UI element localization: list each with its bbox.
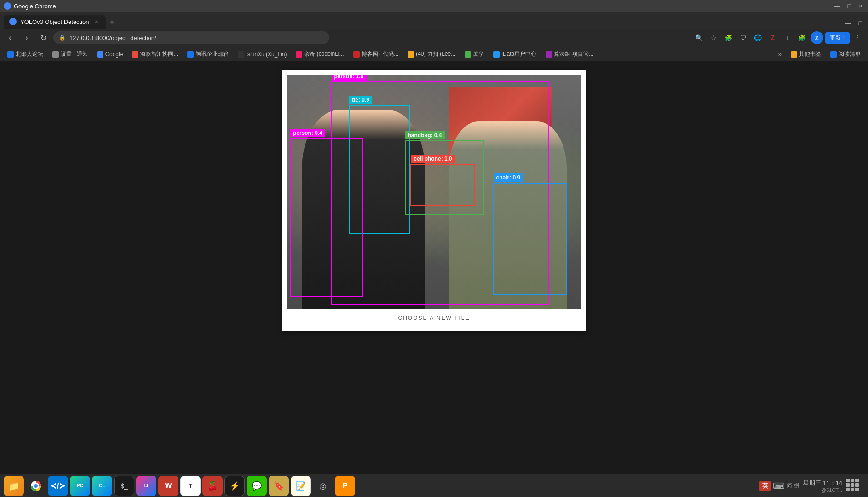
bookmarks-bar: 北邮人论坛 设置 - 通知 Google 海峡智汇协同... 腾讯企业邮箱 is…	[0, 47, 868, 61]
tab-label: YOLOv3 Object Detection	[20, 18, 89, 25]
bookmark-zhexiang-icon	[465, 51, 471, 58]
window-controls: — □ ×	[832, 0, 864, 12]
clock-display: 星期三 11：14 @51CT...	[803, 479, 842, 493]
taskbar-app-cherry[interactable]: 🍒	[202, 476, 223, 496]
taskbar-app-idea[interactable]: IJ	[136, 476, 156, 496]
svg-point-1	[34, 484, 38, 488]
new-tab-button[interactable]: +	[106, 16, 119, 29]
taskbar-app-typora[interactable]: T	[180, 476, 201, 496]
taskbar-app-golden[interactable]: 🔖	[269, 476, 289, 496]
bookmark-zhexiang[interactable]: 蔗享	[461, 49, 488, 59]
ime-settings: 拼	[794, 482, 799, 490]
bookmark-github-icon	[238, 51, 244, 58]
bookmark-codeinli-icon	[296, 51, 302, 58]
taskbar-app-terminal[interactable]: $_	[114, 476, 134, 496]
tab-bar: YOLOv3 Object Detection × + — □	[0, 12, 868, 29]
shield-icon[interactable]: 🛡	[737, 31, 750, 44]
main-content: person: 1.0 tie: 0.9 person: 0.4 handbag…	[0, 61, 868, 474]
bookmark-hxzh[interactable]: 海峡智汇协同...	[128, 49, 182, 59]
bookmark-reading-list[interactable]: 阅读清单	[827, 49, 864, 59]
ime-lang-label: 简	[787, 482, 792, 490]
bookmark-other-folder[interactable]: 其他书签	[787, 49, 825, 59]
apps-grid-button[interactable]	[846, 479, 861, 493]
minimize-button[interactable]: —	[832, 0, 842, 12]
chrome-favicon	[4, 2, 11, 10]
bookmark-settings[interactable]: 设置 - 通知	[49, 49, 92, 59]
extension-icon[interactable]: 🧩	[722, 31, 735, 44]
bbox-cellphone: cell phone: 1.0	[410, 164, 475, 206]
detection-image: person: 1.0 tie: 0.9 person: 0.4 handbag…	[287, 75, 581, 309]
taskbar-app-files[interactable]: 📁	[4, 476, 24, 496]
security-icon: 🔒	[59, 35, 66, 41]
active-tab[interactable]: YOLOv3 Object Detection ×	[4, 15, 106, 29]
zotero-icon[interactable]: Z	[766, 31, 779, 44]
taskbar-app-vscode[interactable]: ≺/≻	[48, 476, 68, 496]
tab-bar-maximize[interactable]: □	[857, 17, 864, 29]
bookmark-github[interactable]: isLinXu (Xu_Lin)	[234, 50, 290, 58]
forward-button[interactable]: ›	[20, 31, 33, 44]
url-display: 127.0.0.1:8000/object_detection/	[69, 35, 324, 41]
bookmark-cnblogs-icon	[353, 51, 360, 58]
bookmarks-more-button[interactable]: »	[775, 50, 785, 58]
download-icon[interactable]: ↓	[781, 31, 794, 44]
taskbar-app-speedtest[interactable]: ◎	[313, 476, 333, 496]
back-button[interactable]: ‹	[4, 31, 17, 44]
bookmark-leetcode[interactable]: (40) 力扣 (Lee...	[404, 49, 459, 59]
detection-container: person: 1.0 tie: 0.9 person: 0.4 handbag…	[282, 70, 586, 331]
close-button[interactable]: ×	[857, 0, 864, 12]
title-bar: Google Chrome — □ ×	[0, 0, 868, 12]
bookmark-byr[interactable]: 北邮人论坛	[4, 49, 47, 59]
profile-avatar[interactable]: Z	[811, 31, 823, 44]
bbox-chair: chair: 0.9	[493, 183, 567, 295]
bbox-label-chair: chair: 0.9	[494, 173, 523, 182]
taskbar-app-selector[interactable]: ⚡	[224, 476, 245, 496]
bookmark-hxzh-icon	[132, 51, 138, 58]
bbox-label-person2: person: 0.4	[290, 129, 325, 137]
extensions-icon[interactable]: 🧩	[796, 31, 809, 44]
taskbar-app-clion[interactable]: CL	[92, 476, 112, 496]
bookmark-idata-icon	[493, 51, 500, 58]
bookmark-byr-icon	[7, 51, 14, 58]
tab-favicon	[9, 18, 17, 25]
tab-close-button[interactable]: ×	[93, 18, 100, 25]
bbox-person2: person: 0.4	[290, 138, 363, 298]
menu-button[interactable]: ⋮	[851, 31, 864, 44]
bookmark-tencent-mail[interactable]: 腾讯企业邮箱	[184, 49, 232, 59]
bookmark-idata[interactable]: iData用户中心	[489, 49, 540, 59]
bbox-label-tie: tie: 0.9	[349, 96, 372, 104]
bookmark-settings-icon	[52, 51, 59, 58]
bookmark-alg-icon	[546, 51, 552, 58]
bookmark-mail-icon	[187, 51, 194, 58]
update-button[interactable]: 更新 ↑	[825, 32, 850, 44]
bbox-label-person1: person: 1.0	[332, 75, 367, 81]
taskbar-app-chrome[interactable]	[26, 476, 46, 496]
taskbar-right: 英 ⌨ 简 拼 星期三 11：14 @51CT...	[759, 479, 864, 493]
taskbar: 📁 ≺/≻ PC CL $_ IJ W T 🍒 ⚡ 💬 🔖 📝 ◎ P 英 ⌨ …	[0, 474, 868, 497]
maximize-button[interactable]: □	[845, 0, 853, 12]
search-icon[interactable]: 🔍	[693, 31, 706, 44]
taskbar-app-pycharm[interactable]: PC	[70, 476, 90, 496]
ime-area: 英 ⌨ 简 拼	[759, 481, 799, 491]
translate-icon[interactable]: 🌐	[752, 31, 765, 44]
taskbar-app-wps-ppt[interactable]: P	[335, 476, 355, 496]
taskbar-app-wechat[interactable]: 💬	[247, 476, 267, 496]
window-title: Google Chrome	[14, 3, 56, 10]
ime-english[interactable]: 英	[759, 481, 771, 491]
taskbar-app-notes[interactable]: 📝	[291, 476, 311, 496]
address-input[interactable]: 🔒 127.0.0.1:8000/object_detection/	[53, 31, 329, 44]
bookmark-leetcode-icon	[408, 51, 414, 58]
taskbar-app-wps-writer[interactable]: W	[158, 476, 178, 496]
ime-icon: ⌨	[773, 481, 785, 491]
bookmark-alg[interactable]: 算法组-项目管...	[542, 49, 597, 59]
address-bar: ‹ › ↻ 🔒 127.0.0.1:8000/object_detection/…	[0, 29, 868, 47]
tab-bar-minimize[interactable]: —	[843, 17, 853, 29]
bbox-label-cellphone: cell phone: 1.0	[411, 155, 454, 163]
bookmark-codeinli[interactable]: 杂奇 (codeinLi...	[292, 49, 347, 59]
reload-button[interactable]: ↻	[37, 31, 50, 44]
toolbar-icons: 🔍 ☆ 🧩 🛡 🌐 Z ↓ 🧩 Z 更新 ↑ ⋮	[693, 31, 864, 44]
bookmark-google-icon	[97, 51, 103, 58]
bookmark-star-icon[interactable]: ☆	[707, 31, 720, 44]
bookmark-cnblogs[interactable]: 博客园 - 代码...	[350, 49, 402, 59]
bookmark-google[interactable]: Google	[93, 50, 127, 58]
choose-file-button[interactable]: CHOOSE A NEW FILE	[287, 309, 581, 327]
